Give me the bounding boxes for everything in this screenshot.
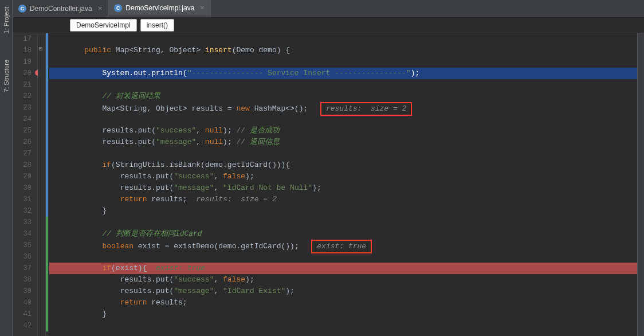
line-number[interactable]: 24 — [13, 114, 32, 125]
project-tool-label: 1: Project — [3, 7, 10, 33]
line-number[interactable]: 20 — [13, 68, 32, 79]
code-line[interactable]: results.put("success", null); // 是否成功 — [49, 125, 637, 136]
line-number[interactable]: 29 — [13, 171, 32, 182]
tab-label: DemoController.java — [30, 5, 92, 13]
line-number[interactable]: 37 — [13, 263, 32, 274]
tab-demoserviceimpl[interactable]: C DemoServiceImpl.java × — [108, 0, 211, 17]
code-line[interactable]: // 封装返回结果 — [49, 91, 637, 102]
line-number[interactable]: 30 — [13, 182, 32, 194]
code-line[interactable] — [49, 251, 637, 263]
code-line[interactable] — [49, 79, 637, 91]
line-number[interactable]: 32 — [13, 205, 32, 217]
code-line[interactable] — [49, 217, 637, 228]
code-editor[interactable]: 1718●↑1920212223242526272829303132333435… — [13, 33, 644, 336]
code-line[interactable] — [49, 56, 637, 68]
code-line[interactable]: results.put("message", null); // 返回信息 — [49, 136, 637, 148]
line-number[interactable]: 26 — [13, 136, 32, 148]
line-number[interactable]: 21 — [13, 79, 32, 91]
breadcrumb-method[interactable]: insert() — [140, 19, 174, 32]
code-line[interactable] — [49, 320, 637, 331]
breadcrumb-class[interactable]: DemoServiceImpl — [70, 19, 137, 32]
line-number[interactable]: 28 — [13, 159, 32, 171]
line-number[interactable]: 40 — [13, 297, 32, 308]
vcs-change-bar[interactable] — [46, 217, 48, 331]
code-line[interactable]: } — [49, 205, 637, 217]
line-number[interactable]: 19 — [13, 56, 32, 68]
line-number[interactable]: 35 — [13, 240, 32, 251]
line-number[interactable]: 17 — [13, 33, 32, 45]
code-line[interactable]: public Map<String, Object> insert(Demo d… — [49, 45, 637, 56]
line-number[interactable]: 18●↑ — [13, 45, 32, 56]
tab-label: DemoServiceImpl.java — [125, 4, 194, 12]
code-line[interactable]: boolean exist = existDemo(demo.getIdCard… — [49, 240, 637, 251]
code-line[interactable]: results.put("message", "IdCard Not be Nu… — [49, 182, 637, 194]
editor-main: C DemoController.java × C DemoServiceImp… — [13, 0, 644, 336]
line-number[interactable]: 25 — [13, 125, 32, 136]
close-icon[interactable]: × — [200, 3, 205, 12]
line-number[interactable]: 39 — [13, 286, 32, 297]
code-line[interactable]: if(StringUtils.isBlank(demo.getIdCard())… — [49, 159, 637, 171]
editor-tabs: C DemoController.java × C DemoServiceImp… — [13, 0, 644, 17]
close-icon[interactable]: × — [98, 4, 103, 13]
line-number-gutter[interactable]: 1718●↑1920212223242526272829303132333435… — [13, 33, 38, 336]
tab-democontroller[interactable]: C DemoController.java × — [13, 0, 108, 17]
code-line[interactable]: return results; — [49, 297, 637, 308]
code-line[interactable]: // 判断是否存在相同IdCard — [49, 228, 637, 240]
code-line[interactable]: System.out.println("---------------- Ser… — [49, 68, 637, 79]
code-line[interactable] — [49, 114, 637, 125]
code-line[interactable]: results.put("success", false); — [49, 171, 637, 182]
code-line[interactable]: return results; results: size = 2 — [49, 194, 637, 205]
project-tool-button[interactable]: 1: Project — [3, 5, 10, 36]
line-number[interactable]: 38 — [13, 274, 32, 286]
line-number[interactable]: 34 — [13, 228, 32, 240]
vcs-change-bar[interactable] — [46, 33, 48, 217]
code-line[interactable]: results.put("message", "IdCard Exist"); — [49, 286, 637, 297]
error-stripe[interactable] — [637, 33, 644, 336]
java-class-icon: C — [18, 5, 26, 13]
line-number[interactable]: 31 — [13, 194, 32, 205]
code-line[interactable]: Map<String, Object> results = new HashMa… — [49, 102, 637, 114]
fold-gutter[interactable]: ⊟ — [38, 33, 46, 336]
line-number[interactable]: 42 — [13, 320, 32, 331]
structure-tool-button[interactable]: 7: Structure — [3, 57, 10, 95]
line-number[interactable]: 36 — [13, 251, 32, 263]
line-number[interactable]: 27 — [13, 148, 32, 159]
code-line[interactable]: } — [49, 308, 637, 320]
line-number[interactable]: 41 — [13, 308, 32, 320]
fold-marker-icon[interactable]: ⊟ — [39, 45, 43, 52]
breadcrumb: DemoServiceImpl insert() — [13, 17, 644, 33]
code-line[interactable]: results.put("success", false); — [49, 274, 637, 286]
line-number[interactable]: 22 — [13, 91, 32, 102]
line-number[interactable]: 33 — [13, 217, 32, 228]
java-class-icon: C — [114, 4, 122, 12]
code-line[interactable]: if(exist){ exist: true — [49, 263, 637, 274]
line-number[interactable]: 23 — [13, 102, 32, 114]
code-line[interactable] — [49, 148, 637, 159]
code-line[interactable] — [49, 33, 637, 45]
code-text-area[interactable]: public Map<String, Object> insert(Demo d… — [49, 33, 637, 336]
tool-window-bar: 1: Project 7: Structure — [0, 0, 13, 336]
structure-tool-label: 7: Structure — [3, 60, 10, 92]
